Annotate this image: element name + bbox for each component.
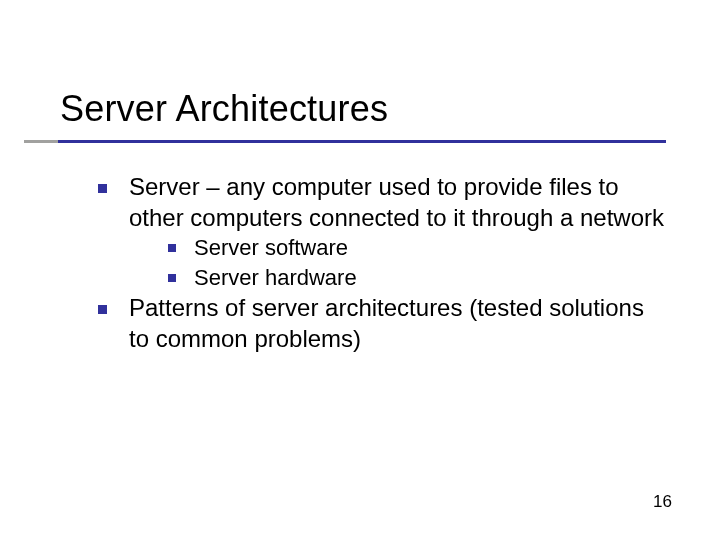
list-item: Patterns of server architectures (tested… [98, 293, 670, 354]
title-wrap: Server Architectures [60, 88, 680, 130]
sub-list-item-text: Server hardware [194, 263, 357, 293]
list-item-text: Server – any computer used to provide fi… [129, 172, 670, 233]
sub-list-item-text: Server software [194, 233, 348, 263]
list-item: Server – any computer used to provide fi… [98, 172, 670, 233]
sub-list-item: Server software [168, 233, 670, 263]
page-number: 16 [653, 492, 672, 512]
rule-short [24, 140, 58, 143]
square-bullet-icon [98, 184, 107, 193]
square-bullet-icon [168, 274, 176, 282]
slide: Server Architectures Server – any comput… [0, 0, 720, 540]
sub-list-item: Server hardware [168, 263, 670, 293]
list-item-text: Patterns of server architectures (tested… [129, 293, 670, 354]
square-bullet-icon [168, 244, 176, 252]
square-bullet-icon [98, 305, 107, 314]
sub-list: Server software Server hardware [168, 233, 670, 292]
rule-long [58, 140, 666, 143]
content-area: Server – any computer used to provide fi… [98, 172, 670, 354]
slide-title: Server Architectures [60, 88, 680, 130]
